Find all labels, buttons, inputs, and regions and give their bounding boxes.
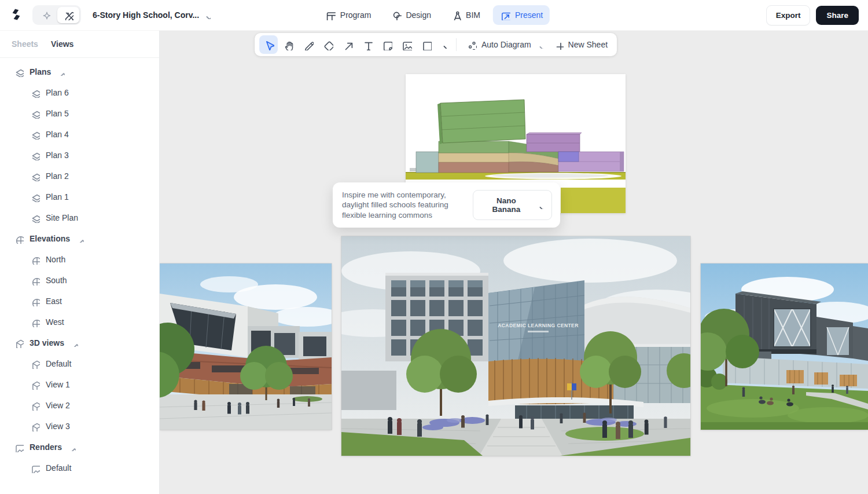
toolbar-divider	[456, 38, 457, 51]
sidebar-item-view-2[interactable]: View 2	[0, 395, 159, 416]
auto-diagram-label: Auto Diagram	[481, 40, 531, 49]
item-label: East	[46, 297, 62, 306]
sidebar-item-view-1[interactable]: View 1	[0, 374, 159, 395]
render-center-thumbnail[interactable]: ACADEMIC LEARNING CENTER	[341, 236, 690, 456]
axes-icon	[30, 255, 40, 265]
eraser-icon	[322, 39, 333, 50]
cube-icon	[14, 338, 24, 348]
text-tool-button[interactable]	[358, 35, 376, 54]
chevron-down-icon	[203, 11, 211, 19]
sidebar-section-renders[interactable]: Renders	[0, 437, 159, 458]
edit-mode-button[interactable]	[57, 7, 79, 23]
tab-design[interactable]: Design	[384, 5, 438, 25]
axes-icon	[30, 317, 40, 327]
share-button[interactable]: Share	[816, 6, 859, 25]
sidebar-item-plan-2[interactable]: Plan 2	[0, 166, 159, 186]
bim-icon	[451, 10, 461, 20]
chevron-up-icon	[68, 443, 76, 451]
ai-mode-button[interactable]	[34, 7, 56, 23]
sidebar-item-south[interactable]: South	[0, 270, 159, 291]
sticky-note-tool-button[interactable]	[377, 35, 396, 54]
sidebar-item-plan-1[interactable]: Plan 1	[0, 186, 159, 207]
sidebar-section-plans[interactable]: Plans	[0, 61, 159, 82]
sidebar-item-view-3[interactable]: View 3	[0, 416, 159, 437]
canvas-toolbar: Auto Diagram New Sheet	[255, 33, 617, 56]
sidebar-item-site-plan[interactable]: Site Plan	[0, 207, 159, 228]
render-right-thumbnail[interactable]	[701, 264, 868, 430]
render-icon	[14, 442, 24, 452]
sidebar-item-plan-6[interactable]: Plan 6	[0, 82, 159, 103]
tab-present[interactable]: Present	[493, 5, 550, 25]
item-label: Plan 1	[46, 192, 69, 202]
sidebar-tabs: Sheets Views	[0, 30, 159, 58]
sidebar-item-north[interactable]: North	[0, 249, 159, 270]
section-label: 3D views	[30, 338, 64, 347]
new-sheet-label: New Sheet	[568, 40, 608, 49]
sidebar-item-east[interactable]: East	[0, 291, 159, 312]
item-label: View 3	[46, 422, 70, 431]
shape-tool-button[interactable]	[417, 35, 435, 54]
render-right-image	[701, 264, 868, 430]
plus-icon	[554, 40, 564, 50]
sidebar-section-elevations[interactable]: Elevations	[0, 228, 159, 249]
more-shapes-button[interactable]	[436, 35, 450, 54]
chevron-up-icon	[57, 68, 65, 76]
image-icon	[401, 39, 412, 50]
sidebar-item-west[interactable]: West	[0, 312, 159, 332]
auto-diagram-button[interactable]: Auto Diagram	[462, 36, 548, 53]
tab-bim[interactable]: BIM	[444, 5, 487, 25]
pencil-ruler-icon	[63, 10, 73, 20]
left-sidebar: Sheets Views Plans Plan 6 Plan 5 Plan 4 …	[0, 30, 160, 494]
model-select-button[interactable]: Nano Banana	[473, 190, 552, 220]
layers-icon	[30, 109, 40, 119]
design-icon	[391, 10, 401, 20]
new-sheet-button[interactable]: New Sheet	[549, 36, 612, 53]
arrow-icon	[342, 39, 353, 50]
chevron-up-icon	[70, 339, 78, 347]
tab-views[interactable]: Views	[51, 39, 73, 49]
item-label: Site Plan	[46, 213, 78, 222]
arrow-tool-button[interactable]	[338, 35, 356, 54]
cube-icon	[30, 359, 40, 369]
sidebar-item-3d-default[interactable]: Default	[0, 353, 159, 374]
sidebar-item-plan-4[interactable]: Plan 4	[0, 124, 159, 145]
sidebar-item-plan-3[interactable]: Plan 3	[0, 145, 159, 166]
layers-icon	[14, 67, 24, 77]
select-tool-button[interactable]	[259, 35, 278, 54]
pan-tool-button[interactable]	[279, 35, 297, 54]
chevron-up-icon	[76, 235, 84, 243]
export-button[interactable]: Export	[766, 5, 811, 25]
draw-tool-button[interactable]	[299, 35, 317, 54]
project-title: 6-Story High School, Corv...	[93, 10, 199, 20]
sticky-note-icon	[381, 39, 392, 50]
cube-icon	[30, 401, 40, 411]
chevron-down-icon	[536, 41, 543, 49]
views-tree: Plans Plan 6 Plan 5 Plan 4 Plan 3 Plan 2…	[0, 58, 159, 478]
render-left-thumbnail[interactable]	[160, 264, 332, 430]
tab-program[interactable]: Program	[318, 5, 378, 25]
item-label: Plan 3	[46, 151, 69, 160]
item-label: North	[46, 255, 65, 264]
item-label: South	[46, 276, 67, 285]
section-label: Elevations	[30, 234, 70, 243]
prompt-text: Inspire me with contemporary, daylight f…	[342, 190, 466, 221]
item-label: Plan 6	[46, 88, 69, 97]
eraser-tool-button[interactable]	[318, 35, 337, 54]
sidebar-section-3d-views[interactable]: 3D views	[0, 332, 159, 353]
render-center-image: ACADEMIC LEARNING CENTER	[341, 236, 690, 456]
mode-toggle	[32, 5, 81, 25]
pencil-icon	[303, 39, 314, 50]
item-label: Plan 4	[46, 130, 69, 139]
project-title-button[interactable]: 6-Story High School, Corv...	[89, 10, 214, 20]
workspace-nav: Program Design BIM Present	[318, 5, 550, 25]
render-icon	[30, 463, 40, 473]
image-tool-button[interactable]	[397, 35, 415, 54]
tab-sheets[interactable]: Sheets	[12, 39, 38, 49]
item-label: West	[46, 317, 64, 327]
presentation-canvas[interactable]: Auto Diagram New Sheet	[160, 30, 868, 494]
sidebar-item-plan-5[interactable]: Plan 5	[0, 103, 159, 124]
tab-label: Present	[515, 10, 543, 20]
sidebar-item-render-default[interactable]: Default	[0, 458, 159, 478]
layers-icon	[30, 151, 40, 160]
tab-label: BIM	[466, 10, 480, 20]
